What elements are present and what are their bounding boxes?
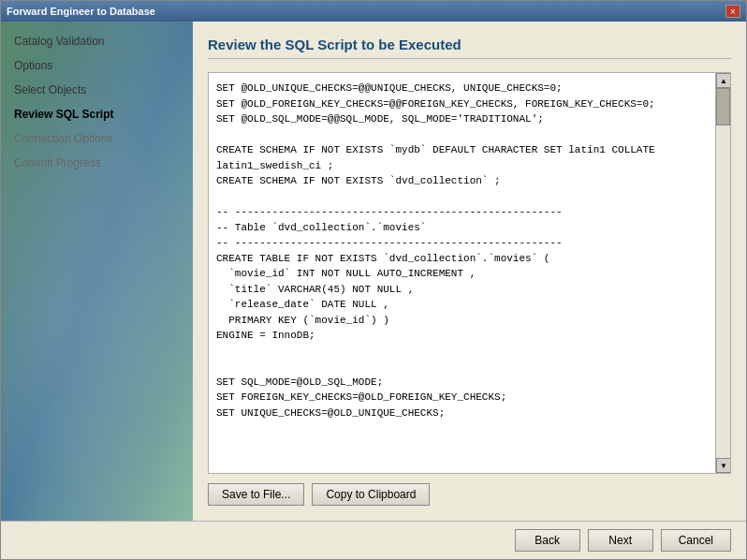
scroll-track[interactable]: [716, 88, 730, 458]
action-buttons: Save to File... Copy to Clipboard: [208, 483, 731, 506]
close-button[interactable]: ×: [725, 5, 740, 18]
window-title: Forward Engineer to Database: [7, 6, 155, 17]
sidebar-item-connection-options[interactable]: Connection Options: [1, 126, 193, 151]
content-area: Catalog Validation Options Select Object…: [1, 22, 746, 521]
back-button[interactable]: Back: [515, 529, 580, 552]
sidebar-item-select-objects[interactable]: Select Objects: [1, 78, 193, 102]
sidebar-item-review-sql-script[interactable]: Review SQL Script: [1, 102, 193, 126]
scroll-thumb[interactable]: [716, 88, 730, 125]
sql-script-container: ▲ ▼: [208, 72, 731, 474]
main-window: Forward Engineer to Database × Catalog V…: [0, 0, 747, 560]
vertical-scrollbar[interactable]: ▲ ▼: [715, 73, 730, 473]
copy-to-clipboard-button[interactable]: Copy to Clipboard: [312, 483, 430, 506]
scroll-down-button[interactable]: ▼: [716, 458, 731, 473]
main-panel: Review the SQL Script to be Executed ▲ ▼…: [193, 22, 746, 521]
next-button[interactable]: Next: [588, 529, 653, 552]
save-to-file-button[interactable]: Save to File...: [208, 483, 304, 506]
sidebar: Catalog Validation Options Select Object…: [1, 22, 193, 521]
sidebar-item-catalog-validation[interactable]: Catalog Validation: [1, 29, 193, 53]
sidebar-item-options[interactable]: Options: [1, 53, 193, 78]
page-title: Review the SQL Script to be Executed: [208, 37, 731, 59]
cancel-button[interactable]: Cancel: [661, 529, 731, 552]
scroll-up-button[interactable]: ▲: [716, 73, 731, 88]
footer-bar: Back Next Cancel: [1, 521, 746, 559]
sql-script-textarea[interactable]: [209, 73, 715, 473]
sidebar-item-commit-progress[interactable]: Commit Progress: [1, 151, 193, 175]
title-bar: Forward Engineer to Database ×: [1, 1, 746, 22]
